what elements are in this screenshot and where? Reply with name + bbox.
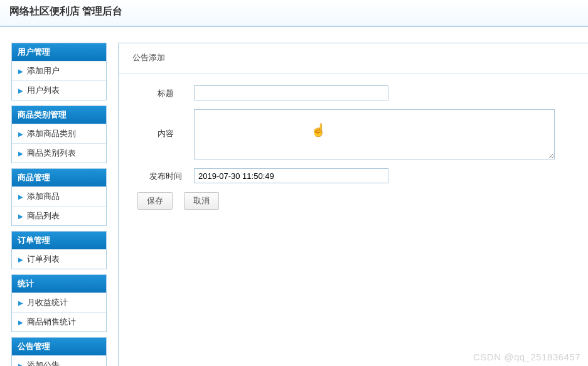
menu-item-add-notice[interactable]: ▶ 添加公告: [12, 355, 106, 366]
form-row-publish: 发布时间: [137, 168, 569, 183]
menu-item-label: 添加商品: [27, 191, 60, 202]
menu-header-category[interactable]: 商品类别管理: [12, 106, 106, 124]
menu-item-label: 商品类别列表: [27, 148, 76, 159]
chevron-right-icon: ▶: [18, 213, 23, 220]
menu-header-order[interactable]: 订单管理: [12, 232, 106, 249]
chevron-right-icon: ▶: [18, 193, 23, 200]
menu-group-notice: 公告管理 ▶ 添加公告 ▶ 公告列表: [11, 337, 107, 366]
menu-item-label: 添加公告: [27, 360, 60, 366]
menu-header-product[interactable]: 商品管理: [12, 169, 106, 186]
menu-group-order: 订单管理 ▶ 订单列表: [11, 231, 107, 269]
chevron-right-icon: ▶: [18, 150, 23, 157]
menu-item-product-sales-stats[interactable]: ▶ 商品销售统计: [12, 312, 106, 331]
button-row: 保存 取消: [137, 192, 569, 210]
publish-label: 发布时间: [137, 168, 194, 182]
menu-item-label: 商品销售统计: [27, 316, 76, 328]
menu-item-add-product[interactable]: ▶ 添加商品: [12, 186, 106, 206]
container: 用户管理 ▶ 添加用户 ▶ 用户列表 商品类别管理 ▶ 添加商品类别 ▶ 商品类…: [0, 27, 588, 366]
watermark: CSDN @qq_251836457: [473, 352, 580, 362]
menu-header-user[interactable]: 用户管理: [12, 43, 106, 61]
menu-item-label: 商品列表: [27, 210, 60, 222]
menu-item-label: 用户列表: [27, 85, 60, 96]
panel-title: 公告添加: [119, 43, 588, 74]
page-title: 网络社区便利店 管理后台: [9, 5, 579, 18]
chevron-right-icon: ▶: [18, 68, 23, 75]
form-row-title: 标题: [137, 85, 569, 100]
menu-item-category-list[interactable]: ▶ 商品类别列表: [12, 143, 106, 163]
chevron-right-icon: ▶: [18, 131, 23, 137]
menu-group-user: 用户管理 ▶ 添加用户 ▶ 用户列表: [11, 43, 107, 100]
menu-item-user-list[interactable]: ▶ 用户列表: [12, 80, 106, 100]
sidebar: 用户管理 ▶ 添加用户 ▶ 用户列表 商品类别管理 ▶ 添加商品类别 ▶ 商品类…: [11, 43, 107, 366]
chevron-right-icon: ▶: [18, 256, 23, 263]
menu-item-product-list[interactable]: ▶ 商品列表: [12, 206, 106, 225]
menu-item-monthly-stats[interactable]: ▶ 月收益统计: [12, 293, 106, 312]
menu-header-stats[interactable]: 统计: [12, 275, 106, 293]
menu-item-label: 添加用户: [27, 65, 60, 77]
menu-header-notice[interactable]: 公告管理: [12, 338, 106, 355]
menu-item-order-list[interactable]: ▶ 订单列表: [12, 249, 106, 269]
chevron-right-icon: ▶: [18, 87, 23, 94]
chevron-right-icon: ▶: [18, 299, 23, 306]
save-button[interactable]: 保存: [137, 192, 173, 210]
form-area: 标题 内容 发布时间 保存 取消: [119, 74, 588, 222]
content-label: 内容: [137, 109, 194, 139]
menu-item-label: 月收益统计: [27, 297, 68, 308]
form-row-content: 内容: [137, 109, 569, 159]
menu-item-label: 添加商品类别: [27, 128, 76, 139]
chevron-right-icon: ▶: [18, 319, 23, 326]
title-label: 标题: [137, 85, 194, 99]
header: 网络社区便利店 管理后台: [0, 0, 588, 27]
menu-item-add-category[interactable]: ▶ 添加商品类别: [12, 124, 106, 143]
menu-item-add-user[interactable]: ▶ 添加用户: [12, 61, 106, 80]
menu-group-stats: 统计 ▶ 月收益统计 ▶ 商品销售统计: [11, 274, 107, 332]
publish-time-input[interactable]: [194, 168, 388, 183]
main-panel: 公告添加 标题 内容 发布时间 保存 取消: [118, 43, 588, 366]
content-input[interactable]: [194, 109, 555, 159]
menu-item-label: 订单列表: [27, 254, 60, 265]
title-input[interactable]: [194, 85, 388, 100]
menu-group-category: 商品类别管理 ▶ 添加商品类别 ▶ 商品类别列表: [11, 105, 107, 163]
menu-group-product: 商品管理 ▶ 添加商品 ▶ 商品列表: [11, 168, 107, 226]
cancel-button[interactable]: 取消: [184, 192, 219, 210]
chevron-right-icon: ▶: [18, 362, 23, 367]
